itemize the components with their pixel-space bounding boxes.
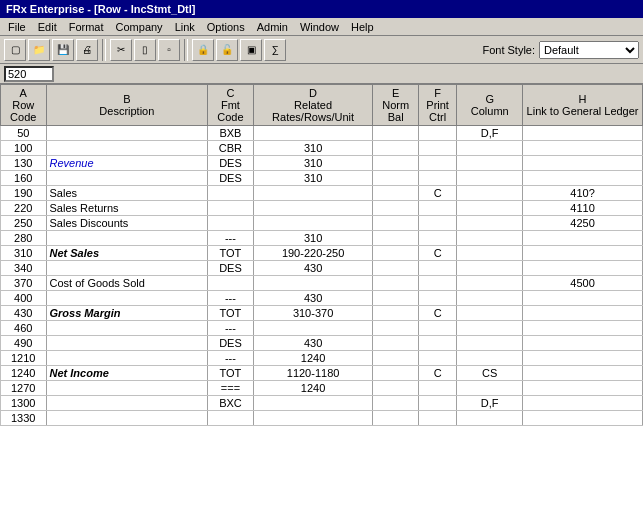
table-row[interactable]: 100CBR310 [1, 141, 643, 156]
separator-2 [184, 39, 188, 61]
cell-b-19 [46, 411, 208, 426]
cell-d-7: 310 [253, 231, 373, 246]
cell-c-19 [208, 411, 254, 426]
cell-a-3: 160 [1, 171, 47, 186]
copy-button[interactable]: ▯ [134, 39, 156, 61]
cell-d-12: 310-370 [253, 306, 373, 321]
cell-g-2 [457, 156, 523, 171]
table-row[interactable]: 130RevenueDES310 [1, 156, 643, 171]
table-row[interactable]: 160DES310 [1, 171, 643, 186]
menu-admin[interactable]: Admin [251, 20, 294, 34]
header-col-d: DRelated Rates/Rows/Unit [253, 85, 373, 126]
table-row[interactable]: 190SalesC410? [1, 186, 643, 201]
menu-options[interactable]: Options [201, 20, 251, 34]
cell-a-5: 220 [1, 201, 47, 216]
lock-button[interactable]: 🔒 [192, 39, 214, 61]
cell-b-2: Revenue [46, 156, 208, 171]
cell-g-12 [457, 306, 523, 321]
cell-h-8 [523, 246, 643, 261]
cell-c-8: TOT [208, 246, 254, 261]
table-row[interactable]: 1330 [1, 411, 643, 426]
table-row[interactable]: 400---430 [1, 291, 643, 306]
menu-window[interactable]: Window [294, 20, 345, 34]
cell-d-4 [253, 186, 373, 201]
cell-g-19 [457, 411, 523, 426]
table-row[interactable]: 250Sales Discounts4250 [1, 216, 643, 231]
cell-d-9: 430 [253, 261, 373, 276]
table-row[interactable]: 490DES430 [1, 336, 643, 351]
cell-e-7 [373, 231, 419, 246]
table-row[interactable]: 460--- [1, 321, 643, 336]
table-row[interactable]: 1210---1240 [1, 351, 643, 366]
cell-e-18 [373, 396, 419, 411]
new-button[interactable]: ▢ [4, 39, 26, 61]
cell-g-14 [457, 336, 523, 351]
cell-e-0 [373, 126, 419, 141]
cell-f-19 [418, 411, 456, 426]
table-row[interactable]: 340DES430 [1, 261, 643, 276]
table-row[interactable]: 1300BXCD,F [1, 396, 643, 411]
cell-a-13: 460 [1, 321, 47, 336]
cell-g-1 [457, 141, 523, 156]
cell-a-10: 370 [1, 276, 47, 291]
cell-a-14: 490 [1, 336, 47, 351]
cell-a-11: 400 [1, 291, 47, 306]
table-row[interactable]: 1240Net IncomeTOT1120-1180CCS [1, 366, 643, 381]
properties-button[interactable]: ▣ [240, 39, 262, 61]
cell-h-19 [523, 411, 643, 426]
menu-edit[interactable]: Edit [32, 20, 63, 34]
cell-c-13: --- [208, 321, 254, 336]
menu-file[interactable]: File [2, 20, 32, 34]
cell-e-13 [373, 321, 419, 336]
paste-button[interactable]: ▫ [158, 39, 180, 61]
cell-e-9 [373, 261, 419, 276]
cell-e-6 [373, 216, 419, 231]
cell-h-7 [523, 231, 643, 246]
cell-c-0: BXB [208, 126, 254, 141]
table-row[interactable]: 430Gross MarginTOT310-370C [1, 306, 643, 321]
cell-a-17: 1270 [1, 381, 47, 396]
cell-h-4: 410? [523, 186, 643, 201]
table-row[interactable]: 1270===1240 [1, 381, 643, 396]
menu-format[interactable]: Format [63, 20, 110, 34]
cell-a-16: 1240 [1, 366, 47, 381]
font-style-area: Font Style: Default [482, 41, 639, 59]
cell-h-16 [523, 366, 643, 381]
cell-d-0 [253, 126, 373, 141]
cell-c-5 [208, 201, 254, 216]
cell-f-0 [418, 126, 456, 141]
sum-button[interactable]: ∑ [264, 39, 286, 61]
unlock-button[interactable]: 🔓 [216, 39, 238, 61]
cut-button[interactable]: ✂ [110, 39, 132, 61]
cell-a-2: 130 [1, 156, 47, 171]
table-row[interactable]: 50BXBD,F [1, 126, 643, 141]
cell-a-9: 340 [1, 261, 47, 276]
cell-b-12: Gross Margin [46, 306, 208, 321]
open-button[interactable]: 📁 [28, 39, 50, 61]
print-button[interactable]: 🖨 [76, 39, 98, 61]
menu-link[interactable]: Link [169, 20, 201, 34]
cell-g-7 [457, 231, 523, 246]
cell-b-18 [46, 396, 208, 411]
cell-e-15 [373, 351, 419, 366]
cell-d-17: 1240 [253, 381, 373, 396]
save-button[interactable]: 💾 [52, 39, 74, 61]
table-row[interactable]: 310Net SalesTOT190-220-250C [1, 246, 643, 261]
cell-b-13 [46, 321, 208, 336]
cell-h-13 [523, 321, 643, 336]
cell-e-16 [373, 366, 419, 381]
menu-company[interactable]: Company [110, 20, 169, 34]
font-style-select[interactable]: Default [539, 41, 639, 59]
cell-c-9: DES [208, 261, 254, 276]
cell-c-7: --- [208, 231, 254, 246]
table-row[interactable]: 220Sales Returns4110 [1, 201, 643, 216]
table-row[interactable]: 280---310 [1, 231, 643, 246]
cell-f-3 [418, 171, 456, 186]
table-row[interactable]: 370Cost of Goods Sold4500 [1, 276, 643, 291]
data-table: ARow Code BDescription CFmt Code DRelate… [0, 84, 643, 426]
cell-c-6 [208, 216, 254, 231]
cell-e-1 [373, 141, 419, 156]
row-number-input[interactable] [4, 66, 54, 82]
menu-help[interactable]: Help [345, 20, 380, 34]
cell-g-5 [457, 201, 523, 216]
